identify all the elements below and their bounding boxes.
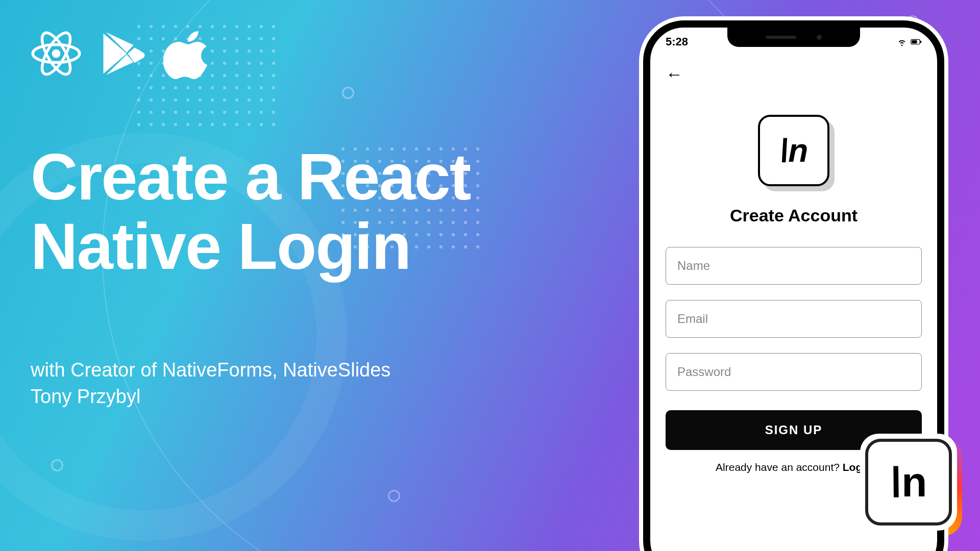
status-indicators (896, 36, 922, 47)
svg-rect-5 (912, 40, 917, 43)
email-field[interactable]: Email (666, 300, 922, 338)
subhead-line1: with Creator of NativeForms, NativeSlide… (31, 357, 551, 383)
apple-icon (163, 28, 214, 81)
password-field[interactable]: Password (666, 353, 922, 391)
react-icon (31, 28, 82, 81)
headline: Create a React Native Login (31, 142, 551, 281)
subhead-line2: Tony Przybyl (31, 384, 551, 410)
icon-row (31, 28, 551, 81)
subheadline: with Creator of NativeForms, NativeSlide… (31, 357, 551, 410)
back-button[interactable]: ← (666, 64, 922, 84)
svg-point-0 (52, 49, 61, 58)
wifi-icon (896, 36, 908, 47)
already-text: Already have an account? (716, 461, 843, 473)
left-panel: Create a React Native Login with Creator… (31, 28, 551, 410)
signup-form: Name Email Password (666, 247, 922, 391)
play-store-icon (97, 28, 148, 81)
corner-badge: \n (860, 434, 957, 531)
app-logo: \n (666, 115, 922, 186)
phone-notch (727, 28, 860, 47)
status-time: 5:28 (666, 35, 688, 48)
badge-tile: \n (865, 439, 952, 525)
name-field[interactable]: Name (666, 247, 922, 285)
svg-rect-6 (920, 40, 921, 43)
battery-icon (911, 36, 922, 47)
screen-title: Create Account (666, 206, 922, 226)
logo-tile: \n (758, 115, 829, 186)
